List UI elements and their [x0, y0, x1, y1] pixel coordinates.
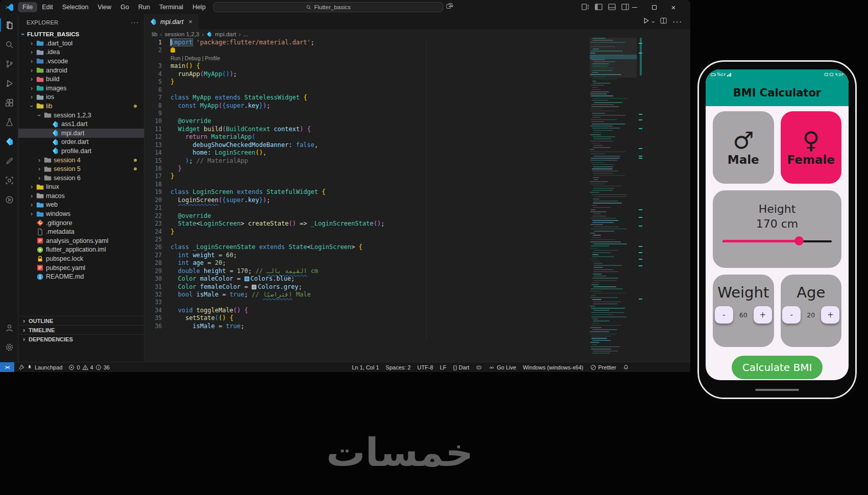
menu-run[interactable]: Run	[134, 2, 155, 12]
code-editor[interactable]: 1import 'package:flutter/material.dart';…	[144, 39, 588, 330]
dart-ext-icon[interactable]	[0, 132, 18, 151]
tree-item-build[interactable]: ›build	[18, 75, 144, 84]
source-control-icon[interactable]	[0, 54, 18, 73]
calculate-bmi-button[interactable]: Calculate BMI	[732, 356, 823, 379]
status-prettier[interactable]: Prettier	[590, 364, 616, 370]
menu-selection[interactable]: Selection	[58, 2, 93, 12]
tree-item-pubspec-lock[interactable]: pubspec.lock	[18, 254, 144, 263]
tree-item-lib[interactable]: ›lib	[18, 102, 144, 111]
tree-item-images[interactable]: ›images	[18, 84, 144, 93]
lightbulb-icon[interactable]	[171, 47, 175, 53]
tree-item--metadata[interactable]: .metadata	[18, 227, 144, 236]
status-lf[interactable]: LF	[440, 364, 446, 370]
age-plus-button[interactable]: +	[821, 306, 839, 324]
editor-layout-dropdown-icon[interactable]: ›	[446, 3, 453, 10]
status-dart[interactable]: { }Dart	[453, 364, 469, 370]
tree-item-ios[interactable]: ›ios	[18, 93, 144, 102]
tree-item-session-1-2-3[interactable]: ›session 1,2,3	[18, 111, 144, 120]
edit-icon[interactable]	[0, 151, 18, 170]
tree-item-pubspec-yaml[interactable]: pubspec.yaml	[18, 263, 144, 273]
tree-item--dart-tool[interactable]: ›.dart_tool	[18, 39, 144, 48]
run-debug-icon[interactable]	[0, 73, 18, 93]
weight-plus-button[interactable]: +	[754, 306, 772, 324]
tree-item-android[interactable]: ›android	[18, 66, 144, 75]
menu-edit[interactable]: Edit	[37, 2, 58, 12]
minimap[interactable]	[590, 38, 637, 356]
menu-help[interactable]: Help	[188, 2, 210, 12]
breadcrumb-item[interactable]: session 1,2,3	[164, 31, 199, 37]
tab-mpi-dart[interactable]: mpi.dart ×	[144, 14, 198, 29]
status-bell-icon[interactable]	[623, 364, 629, 370]
account-icon[interactable]	[0, 318, 18, 337]
maximize-button[interactable]	[644, 0, 664, 14]
overview-ruler[interactable]	[638, 38, 643, 356]
status-launchpad[interactable]: Launchpad	[18, 364, 62, 370]
tree-item-order-dart[interactable]: order.dart	[18, 138, 144, 147]
slider-thumb[interactable]	[794, 236, 804, 245]
tree-item-mpi-dart[interactable]: mpi.dart	[18, 129, 144, 138]
status-copilot-icon[interactable]	[476, 364, 482, 370]
minimize-button[interactable]	[625, 0, 644, 14]
more-actions-icon[interactable]: ···	[672, 17, 682, 27]
section-timeline[interactable]: ›TIMELINE	[18, 325, 144, 334]
breadcrumb-item[interactable]: ...	[243, 31, 248, 37]
status-ln-1-col-1[interactable]: Ln 1, Col 1	[352, 364, 379, 370]
tree-item-ass1-dart[interactable]: ass1.dart	[18, 119, 144, 129]
run-circle-icon[interactable]	[0, 190, 18, 209]
command-center-search[interactable]: Flutter_basics	[213, 2, 443, 12]
menu-file[interactable]: File	[18, 2, 37, 12]
tree-item--gitignore[interactable]: .gitignore	[18, 218, 144, 228]
tree-item--idea[interactable]: ›.idea	[18, 48, 144, 57]
tree-item-flutter-application-iml[interactable]: flutter_application.iml	[18, 245, 144, 255]
tree-item-macos[interactable]: ›macos	[18, 191, 144, 201]
codelens-actions[interactable]: Run | Debug | Profile	[171, 55, 220, 61]
explorer-icon[interactable]	[0, 15, 18, 35]
weight-minus-button[interactable]: -	[715, 306, 733, 324]
tree-item--vscode[interactable]: ›.vscode	[18, 57, 144, 66]
testing-icon[interactable]	[0, 112, 18, 132]
search-icon[interactable]	[0, 35, 18, 54]
section-outline[interactable]: ›OUTLINE	[18, 316, 144, 325]
height-slider[interactable]	[722, 236, 832, 245]
tree-item-label: images	[46, 85, 66, 92]
tab-close-icon[interactable]: ×	[188, 18, 192, 26]
explorer-more-icon[interactable]: ···	[131, 18, 139, 26]
age-minus-button[interactable]: -	[782, 306, 801, 324]
tree-item-profile-dart[interactable]: profile.dart	[18, 146, 144, 156]
tree-item-session-4[interactable]: ›session 4	[18, 156, 144, 165]
project-root[interactable]: › FLUTTER_BASICS	[18, 29, 144, 39]
breadcrumb-item[interactable]: mpi.dart	[215, 31, 236, 37]
menu-go[interactable]: Go	[116, 2, 134, 12]
status-go-live[interactable]: Go Live	[489, 364, 516, 370]
section-dependencies[interactable]: ›DEPENDENCIES	[18, 334, 144, 343]
doc-icon	[36, 228, 44, 236]
status-spaces-2[interactable]: Spaces: 2	[385, 364, 411, 370]
tree-item-readme-md[interactable]: README.md	[18, 272, 144, 281]
remote-search-icon[interactable]	[0, 170, 18, 190]
overview-mark	[639, 246, 642, 247]
menu-terminal[interactable]: Terminal	[155, 2, 188, 12]
split-editor-icon[interactable]	[660, 17, 667, 27]
tree-item-windows[interactable]: ›windows	[18, 209, 144, 218]
sidebar-toggle-icon[interactable]	[594, 3, 603, 11]
close-button[interactable]: ×	[664, 0, 683, 14]
remote-indicator[interactable]: ><	[0, 362, 14, 373]
status-utf-8[interactable]: UTF-8	[417, 364, 433, 370]
tree-item-linux[interactable]: ›linux	[18, 183, 144, 192]
menu-view[interactable]: View	[93, 2, 116, 12]
status-problems[interactable]: 0436	[68, 364, 110, 370]
settings-icon[interactable]	[0, 337, 18, 357]
status-windows-windows-x64-[interactable]: Windows (windows-x64)	[523, 364, 584, 370]
male-card[interactable]: ♂ Male	[713, 111, 774, 184]
tree-item-session-5[interactable]: ›session 5	[18, 164, 144, 174]
tree-item-web[interactable]: ›web	[18, 201, 144, 210]
breadcrumb-item[interactable]: lib	[152, 31, 158, 37]
customize-layout-icon[interactable]	[581, 3, 590, 11]
tree-item-session-6[interactable]: ›session 6	[18, 174, 144, 183]
run-dropdown-icon[interactable]: ›	[650, 21, 657, 23]
run-file-icon[interactable]	[642, 17, 650, 27]
female-card[interactable]: ♀ Female	[781, 111, 842, 184]
extensions-icon[interactable]	[0, 93, 18, 112]
panel-toggle-icon[interactable]	[608, 3, 616, 11]
tree-item-analysis-options-yaml[interactable]: analysis_options.yaml	[18, 236, 144, 245]
